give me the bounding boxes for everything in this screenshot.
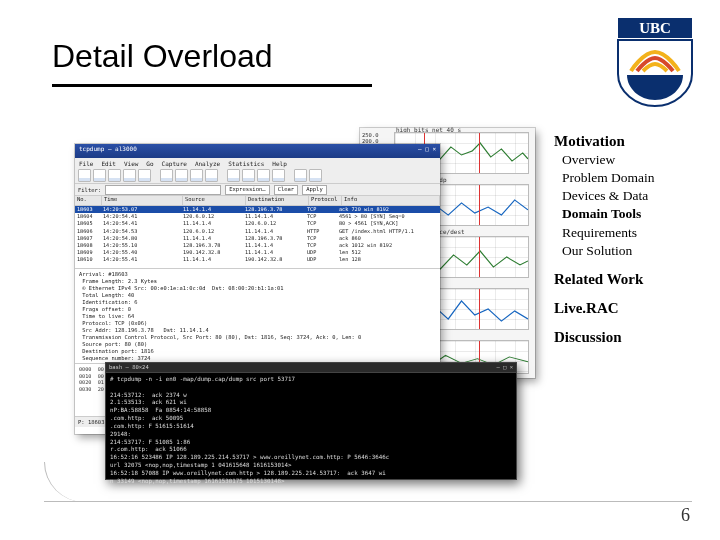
filter-clear-button[interactable]: Clear — [274, 185, 299, 195]
outline-item-our-solution: Our Solution — [562, 242, 698, 260]
table-row[interactable]: 1860914:20:55.40190.142.32.811.14.1.4UDP… — [75, 249, 440, 256]
packet-table-header: No. Time Source Destination Protocol Inf… — [75, 196, 440, 206]
close-icon[interactable] — [108, 169, 121, 182]
col-src: Source — [183, 196, 246, 205]
menu-analyze[interactable]: Analyze — [195, 160, 220, 167]
outline-section-motivation: Motivation — [554, 132, 698, 151]
next-icon[interactable] — [257, 169, 270, 182]
refresh-icon[interactable] — [123, 169, 136, 182]
outline-item-requirements: Requirements — [562, 224, 698, 242]
menu-help[interactable]: Help — [272, 160, 286, 167]
table-row[interactable]: 1860714:20:54.8011.14.1.4128.196.3.78TCP… — [75, 235, 440, 242]
col-dst: Destination — [246, 196, 309, 205]
filter-expression-button[interactable]: Expression… — [225, 185, 269, 195]
filter-input[interactable] — [105, 185, 221, 195]
page-curve — [44, 462, 85, 502]
table-row[interactable]: 1860414:20:54.41120.6.0.1211.14.1.4TCP45… — [75, 213, 440, 220]
outline-section-liverac: Live.RAC — [554, 299, 698, 318]
menu-statistics[interactable]: Statistics — [228, 160, 264, 167]
title-underline — [52, 84, 372, 87]
filter-label: Filter: — [78, 187, 101, 193]
outline-item-overview: Overview — [562, 151, 698, 169]
printer-icon[interactable] — [138, 169, 151, 182]
menubar: File Edit View Go Capture Analyze Statis… — [75, 158, 440, 168]
save-icon[interactable] — [93, 169, 106, 182]
table-row[interactable]: 1860614:20:54.53120.6.0.1211.14.1.4HTTPG… — [75, 228, 440, 235]
filter-bar: Filter: Expression… Clear Apply — [75, 184, 440, 196]
col-proto: Protocol — [309, 196, 342, 205]
last-icon[interactable] — [272, 169, 285, 182]
table-row[interactable]: 1860814:20:55.10128.196.3.7811.14.1.4TCP… — [75, 242, 440, 249]
outline-section-discussion: Discussion — [554, 328, 698, 347]
first-icon[interactable] — [227, 169, 240, 182]
table-row[interactable]: 1861014:20:55.4111.14.1.4190.142.32.8UDP… — [75, 256, 440, 263]
svg-text:UBC: UBC — [639, 20, 671, 36]
col-no: No. — [75, 196, 102, 205]
prev-icon[interactable] — [242, 169, 255, 182]
menu-file[interactable]: File — [79, 160, 93, 167]
menu-go[interactable]: Go — [146, 160, 153, 167]
search-icon[interactable] — [160, 169, 173, 182]
outline-item-domain-tools: Domain Tools — [562, 205, 698, 223]
table-row[interactable]: 1860514:20:54.4111.14.1.4120.6.0.12TCP80… — [75, 220, 440, 227]
menu-capture[interactable]: Capture — [162, 160, 187, 167]
ubc-crest-logo: UBC — [616, 16, 694, 108]
page-rule — [44, 501, 692, 502]
page-number: 6 — [681, 505, 690, 526]
outline-sidebar: Motivation Overview Problem Domain Devic… — [554, 132, 698, 346]
col-info: Info — [342, 196, 440, 205]
page-title: Detail Overload — [52, 38, 273, 75]
window-title: tcpdump — al3000 — [79, 145, 137, 157]
outline-item-problem-domain: Problem Domain — [562, 169, 698, 187]
terminal-titlebar: bash — 80×24 — □ × — [106, 363, 516, 373]
col-time: Time — [102, 196, 183, 205]
outline-section-related-work: Related Work — [554, 270, 698, 289]
zoom-in-icon[interactable] — [175, 169, 188, 182]
window-controls: — □ × — [418, 145, 436, 157]
gear-icon[interactable] — [294, 169, 307, 182]
terminal-title: bash — 80×24 — [109, 364, 149, 371]
filter-apply-button[interactable]: Apply — [302, 185, 327, 195]
menu-edit[interactable]: Edit — [101, 160, 115, 167]
zoom-fit-icon[interactable] — [205, 169, 218, 182]
menu-view[interactable]: View — [124, 160, 138, 167]
terminal-controls: — □ × — [496, 364, 513, 371]
packet-details-pane[interactable]: Arrival: #18603 Frame Length: 2.3 Kytes … — [75, 268, 440, 363]
terminal-window: bash — 80×24 — □ × # tcpdump -n -i en0 -… — [105, 362, 517, 480]
packet-table[interactable]: 1860314:20:53.0711.14.1.4128.196.3.78TCP… — [75, 206, 440, 268]
color-icon[interactable] — [309, 169, 322, 182]
outline-items-motivation: Overview Problem Domain Devices & Data D… — [554, 151, 698, 260]
illustration-stack: high bits net 40 s 250.0200.0150.0100.0 … — [75, 120, 545, 480]
table-row[interactable]: 1860314:20:53.0711.14.1.4128.196.3.78TCP… — [75, 206, 440, 213]
open-icon[interactable] — [78, 169, 91, 182]
outline-item-devices-data: Devices & Data — [562, 187, 698, 205]
window-titlebar: tcpdump — al3000 — □ × — [75, 144, 440, 158]
terminal-body[interactable]: # tcpdump -n -i en0 -map/dump.cap/dump s… — [106, 373, 516, 488]
zoom-out-icon[interactable] — [190, 169, 203, 182]
toolbar — [75, 168, 440, 184]
